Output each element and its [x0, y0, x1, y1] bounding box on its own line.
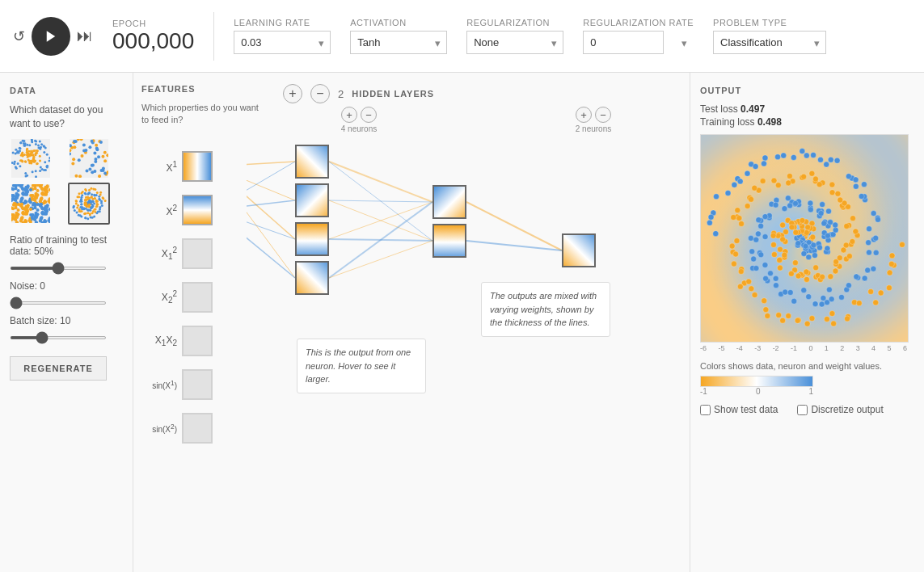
feature-node-sinx1[interactable] — [182, 369, 213, 400]
feature-node-sinx2[interactable] — [182, 413, 213, 444]
ratio-slider[interactable] — [10, 267, 107, 270]
regularization-select[interactable]: NoneL1L2 — [466, 31, 563, 54]
learning-rate-label: Learning rate — [234, 18, 331, 27]
epoch-value: 000,000 — [112, 28, 194, 54]
colorbar-section: Colors shows data, neuron and weight val… — [700, 360, 914, 396]
svg-line-10 — [329, 162, 432, 241]
svg-line-2 — [247, 166, 295, 200]
features-col: FEATURES Which properties do you want to… — [141, 84, 267, 133]
svg-line-13 — [329, 202, 432, 239]
reset-button[interactable]: ↺ — [13, 27, 25, 45]
test-loss-line: Test loss 0.497 — [700, 103, 914, 115]
layer1-header: + − 4 neurons — [335, 107, 383, 133]
add-neuron-l1[interactable]: + — [341, 107, 357, 123]
neuron-l1-3[interactable] — [295, 222, 329, 256]
svg-line-6 — [247, 200, 295, 210]
discretize-output-checkbox[interactable] — [797, 405, 808, 415]
middle-panel: FEATURES Which properties do you want to… — [133, 73, 690, 572]
activation-select[interactable]: ReLUTanhSigmoidLinear — [350, 31, 447, 54]
epoch-section: Epoch 000,000 — [112, 19, 194, 54]
colorbar-wrap — [700, 376, 914, 387]
layer-count: 2 — [338, 88, 344, 100]
ratio-label: Ratio of training to test data: 50% — [10, 234, 123, 257]
learning-rate-select[interactable]: 0.000010.00010.0010.003 0.010.030.10.3 1… — [234, 31, 331, 54]
activation-group: Activation ReLUTanhSigmoidLinear — [350, 18, 447, 54]
svg-line-5 — [247, 162, 295, 210]
remove-neuron-l1[interactable]: − — [361, 107, 377, 123]
layer1-neurons-label: 4 neurons — [335, 124, 383, 133]
feature-sinx2: sin(X2) — [141, 406, 247, 450]
svg-line-3 — [247, 166, 295, 239]
dataset-item-4[interactable] — [68, 183, 110, 225]
ratio-section: Ratio of training to test data: 50% — [10, 234, 123, 272]
add-neuron-l2[interactable]: + — [576, 107, 592, 123]
add-layer-button[interactable]: + — [283, 84, 302, 103]
neuron-l1-2[interactable] — [295, 183, 329, 217]
reg-rate-select[interactable]: 00.0010.0030.01 0.030.10.31 310 — [583, 31, 664, 54]
features-title: FEATURES — [141, 84, 267, 94]
neuron-l2-1[interactable] — [432, 185, 466, 219]
svg-line-1 — [247, 162, 295, 166]
svg-line-11 — [329, 200, 432, 202]
problem-type-label: Problem type — [713, 18, 826, 27]
dataset-item-2[interactable] — [68, 137, 110, 179]
network-col: + − 2 HIDDEN LAYERS + − 4 neurons — [283, 84, 681, 137]
svg-line-15 — [329, 202, 432, 278]
regenerate-button[interactable]: REGENERATE — [10, 356, 107, 381]
feature-node-x22[interactable] — [182, 282, 213, 313]
show-test-data-checkbox[interactable] — [700, 405, 711, 415]
topbar: ↺ ⏭ Epoch 000,000 Learning rate 0.000010… — [0, 0, 924, 73]
svg-line-18 — [466, 241, 562, 250]
batch-label: Batch size: 10 — [10, 315, 123, 326]
network-area: This is the output from one neuron. Hove… — [247, 137, 681, 427]
output-vis-wrap: 6 5 4 3 2 1 0 -1 -2 -3 -4 -5 -6 — [700, 134, 914, 343]
feature-node-x1[interactable] — [182, 151, 213, 182]
feature-node-x12[interactable] — [182, 238, 213, 269]
svg-line-12 — [329, 200, 432, 241]
feature-x1x2: X1X2 — [141, 319, 247, 363]
checkbox-row: Show test data Discretize output — [700, 404, 914, 415]
svg-line-4 — [247, 166, 295, 278]
divider — [213, 12, 214, 61]
learning-rate-group: Learning rate 0.000010.00010.0010.003 0.… — [234, 18, 331, 54]
feature-x22: X22 — [141, 275, 247, 319]
show-test-data-label[interactable]: Show test data — [714, 404, 778, 415]
noise-slider[interactable] — [10, 301, 107, 305]
feature-node-x2[interactable] — [182, 195, 213, 225]
x-axis: -6-5-4 -3-2-1 012 345 6 — [700, 344, 907, 352]
colorbar-label: Colors shows data, neuron and weight val… — [700, 360, 914, 372]
output-title: OUTPUT — [700, 86, 914, 95]
discretize-output-item[interactable]: Discretize output — [797, 404, 883, 415]
neuron-l2-2[interactable] — [432, 224, 466, 258]
problem-type-select[interactable]: ClassificationRegression — [713, 31, 826, 54]
svg-line-16 — [329, 241, 432, 278]
batch-slider[interactable] — [10, 336, 107, 339]
svg-line-7 — [247, 210, 295, 239]
dataset-grid — [10, 137, 123, 225]
step-button[interactable]: ⏭ — [77, 27, 93, 45]
layer2-neurons-label: 2 neurons — [569, 124, 618, 133]
discretize-output-label[interactable]: Discretize output — [811, 404, 883, 415]
remove-layer-button[interactable]: − — [310, 84, 330, 103]
show-test-data-item[interactable]: Show test data — [700, 404, 778, 415]
dataset-question: Which dataset do you want to use? — [10, 103, 123, 131]
colorbar — [700, 376, 813, 387]
svg-line-17 — [466, 202, 562, 250]
dataset-item-1[interactable] — [10, 137, 52, 179]
svg-line-9 — [329, 162, 432, 202]
tooltip-neuron: This is the output from one neuron. Hove… — [297, 339, 426, 393]
features-list: X1 X2 X12 — [141, 145, 247, 450]
svg-line-14 — [329, 239, 432, 241]
remove-neuron-l2[interactable]: − — [595, 107, 611, 123]
main-area: DATA Which dataset do you want to use? R… — [0, 73, 924, 572]
network-body: X1 X2 X12 — [141, 137, 681, 427]
feature-node-x1x2[interactable] — [182, 326, 213, 356]
feature-x1: X1 — [141, 145, 247, 188]
data-panel: DATA Which dataset do you want to use? R… — [0, 73, 133, 572]
dataset-item-3[interactable] — [10, 183, 52, 225]
neuron-l1-1[interactable] — [295, 145, 329, 179]
neuron-l1-4[interactable] — [295, 261, 329, 295]
hidden-layers-label: HIDDEN LAYERS — [352, 89, 434, 99]
output-neuron-box[interactable] — [562, 233, 596, 267]
play-button[interactable] — [32, 17, 70, 56]
